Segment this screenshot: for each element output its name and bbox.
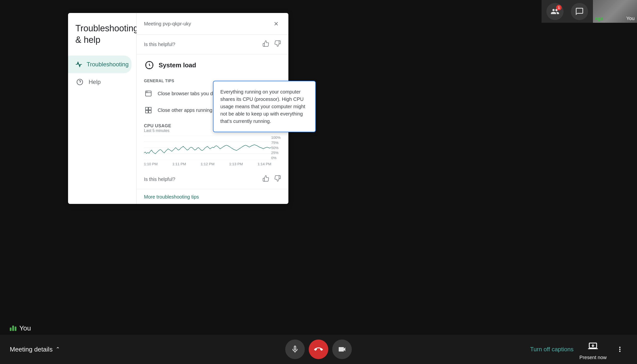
tooltip-text: Everything running on your computer shar…: [220, 89, 305, 124]
cpu-subtitle: Last 5 minutes: [144, 128, 171, 133]
panel-title: Troubleshooting & help: [68, 23, 136, 56]
svg-rect-7: [148, 110, 151, 113]
meeting-id: Meeting pvp-qkpr-uky: [144, 21, 191, 27]
left-audio-indicator: [10, 326, 16, 331]
svg-rect-4: [146, 107, 148, 110]
chart-y-labels: 100% 75% 50% 25% 0%: [271, 135, 281, 160]
panel-header: Meeting pvp-qkpr-uky: [136, 13, 288, 35]
bottom-helpful-text: Is this helpful?: [144, 176, 175, 182]
cpu-tooltip: Everything running on your computer shar…: [213, 81, 316, 132]
bottom-right-controls: Turn off captions Present now: [530, 338, 627, 360]
mic-button[interactable]: [285, 340, 305, 359]
user-thumbnail: You: [593, 0, 637, 23]
thumbs-up-button[interactable]: [262, 40, 269, 49]
bottom-thumbs-up-button[interactable]: [262, 175, 269, 184]
bottom-bar: Meeting details ⌃ Turn off captions: [0, 335, 637, 364]
svg-rect-5: [148, 107, 151, 110]
close-icon: [273, 21, 279, 27]
bottom-helpful-icons: [262, 175, 281, 184]
meeting-details-label: Meeting details: [10, 346, 53, 353]
sidebar-item-troubleshooting[interactable]: Troubleshooting: [68, 56, 132, 73]
x-label-1: 1:11 PM: [172, 162, 186, 166]
meeting-details[interactable]: Meeting details ⌃: [10, 346, 60, 353]
activity-icon: [76, 60, 82, 69]
more-options-button[interactable]: [612, 342, 627, 357]
bottom-thumbs-down-button[interactable]: [274, 175, 281, 184]
camera-icon: [338, 345, 346, 354]
participants-badge: 1: [556, 5, 562, 10]
audio-indicator: [596, 18, 603, 21]
speedometer-icon: [144, 60, 155, 70]
left-you-container: You: [10, 324, 31, 332]
helpful-icons: [262, 40, 281, 49]
troubleshooting-label: Troubleshooting: [87, 61, 128, 68]
user-label: You: [626, 16, 634, 21]
turn-off-captions-button[interactable]: Turn off captions: [530, 346, 573, 353]
top-icons: 1: [542, 3, 593, 20]
cpu-chart-svg: [144, 135, 281, 160]
bottom-thumbs-down-icon: [274, 175, 281, 182]
svg-rect-6: [146, 110, 148, 113]
system-load-section: System load: [136, 54, 288, 76]
chart-x-labels: 1:10 PM 1:11 PM 1:12 PM 1:13 PM 1:14 PM: [144, 162, 281, 166]
left-you-label: You: [19, 324, 31, 332]
x-label-0: 1:10 PM: [144, 162, 158, 166]
sidebar-item-help[interactable]: Help: [68, 73, 132, 91]
help-circle-icon: [76, 78, 84, 86]
bottom-thumbs-up-icon: [262, 175, 269, 182]
present-now-label: Present now: [580, 355, 607, 360]
close-button[interactable]: [271, 19, 281, 29]
present-icon: [588, 341, 598, 351]
end-call-button[interactable]: [309, 340, 328, 359]
thumbs-down-button[interactable]: [274, 40, 281, 49]
end-call-icon: [314, 345, 323, 354]
top-right-panel: 1 You: [542, 0, 637, 23]
bottom-helpful-row: Is this helpful?: [136, 170, 288, 189]
more-tips-link[interactable]: More troubleshooting tips: [136, 189, 288, 204]
participants-button[interactable]: 1: [546, 3, 564, 20]
chevron-up-icon: ⌃: [56, 346, 60, 352]
thumbs-down-icon: [274, 40, 281, 47]
cpu-title: CPU USAGE: [144, 123, 171, 128]
x-label-4: 1:14 PM: [258, 162, 271, 166]
help-label: Help: [88, 78, 100, 86]
svg-rect-3: [146, 91, 151, 96]
top-helpful-row: Is this helpful?: [136, 35, 288, 54]
present-now-button[interactable]: Present now: [580, 338, 607, 360]
top-helpful-text: Is this helpful?: [144, 42, 175, 47]
more-vert-icon: [616, 346, 624, 353]
camera-button[interactable]: [332, 340, 352, 359]
chat-icon: [575, 7, 584, 16]
present-now-icon: [586, 338, 600, 353]
x-label-2: 1:12 PM: [201, 162, 214, 166]
thumbs-up-icon: [262, 40, 269, 47]
mic-icon: [290, 345, 300, 354]
panel-sidebar: Troubleshooting & help Troubleshooting H…: [68, 13, 136, 204]
chat-button[interactable]: [571, 3, 588, 20]
apps-icon: [144, 106, 153, 114]
x-label-3: 1:13 PM: [229, 162, 243, 166]
system-load-title: System load: [159, 62, 196, 69]
bottom-center-controls: [285, 340, 352, 359]
browser-tab-icon: [144, 89, 153, 98]
cpu-chart: 100% 75% 50% 25% 0% 1:10 PM 1:11 PM 1:12…: [144, 135, 281, 167]
